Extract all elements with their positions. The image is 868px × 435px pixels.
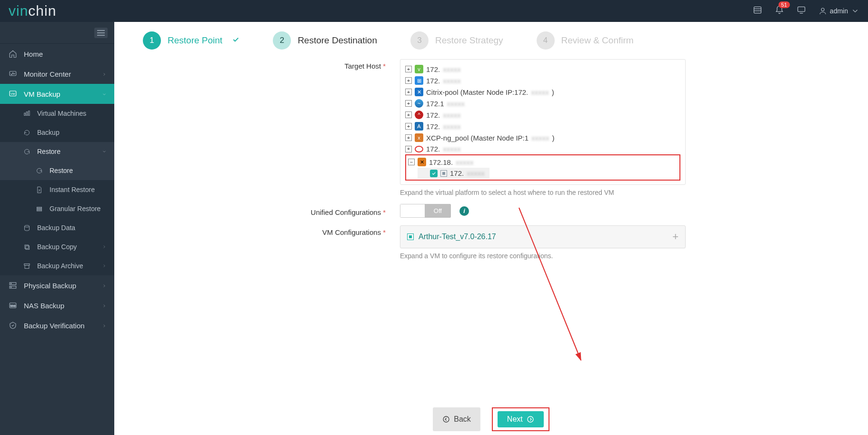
sidebar-item-instant-restore[interactable]: Instant Restore: [0, 180, 114, 199]
monitor-center-icon: [8, 70, 18, 78]
top-bar: vinchin 51 admin: [0, 0, 868, 22]
sidebar-item-backup-verification[interactable]: Backup Verification: [0, 315, 114, 335]
chevron-right-icon: [102, 70, 107, 78]
svg-rect-19: [25, 265, 29, 268]
svg-point-15: [24, 225, 29, 227]
step-number: 1: [143, 31, 161, 50]
sidebar-label: Physical Backup: [24, 282, 76, 290]
expand-icon[interactable]: +: [405, 100, 412, 107]
step-review-confirm[interactable]: 4 Review & Confirm: [537, 31, 634, 50]
host-node-expanded[interactable]: −✕172.18.xxxxx: [408, 156, 678, 168]
sidebar-toggle[interactable]: [94, 28, 108, 38]
sidebar-label: Backup Copy: [37, 243, 77, 251]
svg-rect-17: [26, 246, 30, 250]
expand-icon[interactable]: +: [405, 77, 412, 84]
monitor-icon[interactable]: [797, 5, 806, 17]
svg-rect-6: [10, 71, 16, 76]
svg-text:NAS: NAS: [10, 304, 16, 307]
sidebar-label: Instant Restore: [50, 186, 95, 193]
toggle-on-side: [400, 204, 425, 218]
sidebar-label: Backup: [37, 129, 60, 136]
expand-icon[interactable]: +: [405, 111, 412, 118]
chevron-right-icon: [102, 322, 107, 330]
sidebar-label: Home: [24, 50, 43, 58]
expand-icon[interactable]: +: [405, 134, 412, 141]
target-host-hint: Expand the virtual platform to select a …: [400, 189, 686, 196]
next-button-highlight: Next: [492, 407, 549, 431]
sidebar-label: Restore: [50, 167, 73, 174]
step-restore-point[interactable]: 1 Restore Point: [143, 31, 239, 50]
host-node[interactable]: +xXCP-ng_pool (Master Node IP:1xxxxx): [405, 132, 680, 143]
svg-rect-13: [37, 208, 41, 209]
check-icon: [232, 36, 239, 45]
vm-config-name: Arthur-Test_v7.0-26.17: [419, 233, 496, 241]
next-button[interactable]: Next: [498, 411, 544, 427]
sidebar-item-granular-restore[interactable]: Granular Restore: [0, 199, 114, 218]
svg-rect-14: [37, 210, 41, 211]
sidebar-label: VM Backup: [24, 90, 60, 98]
sidebar-item-vm-backup[interactable]: VM VM Backup: [0, 84, 114, 104]
chevron-right-icon: [102, 262, 107, 270]
host-node[interactable]: +~172.1xxxxx: [405, 98, 680, 109]
sidebar-item-backup[interactable]: Backup: [0, 123, 114, 142]
sidebar-item-nas-backup[interactable]: NAS NAS Backup: [0, 295, 114, 315]
sidebar-item-home[interactable]: Home: [0, 44, 114, 64]
info-icon[interactable]: i: [459, 206, 469, 216]
step-label: Restore Point: [168, 35, 222, 46]
home-icon: [8, 50, 18, 58]
target-host-tree: +v172.xxxxx +⊞172.xxxxx +✕Citrix-pool (M…: [400, 59, 686, 185]
svg-point-22: [11, 283, 12, 284]
svg-rect-11: [28, 111, 30, 115]
sidebar-label: Virtual Machines: [37, 110, 86, 117]
svg-rect-0: [754, 7, 761, 13]
host-node[interactable]: +^172.xxxxx: [405, 109, 680, 121]
sidebar-item-restore-sub[interactable]: Restore: [0, 161, 114, 180]
user-menu[interactable]: admin: [818, 7, 859, 15]
expand-icon[interactable]: +: [405, 146, 412, 152]
vm-configurations-item[interactable]: Arthur-Test_v7.0-26.17 +: [400, 225, 686, 248]
host-node[interactable]: +✕Citrix-pool (Master Node IP:172.xxxxx): [405, 86, 680, 98]
expand-plus-icon[interactable]: +: [672, 231, 678, 243]
host-child-selected[interactable]: 172.xxxxx: [418, 168, 489, 179]
step-restore-strategy[interactable]: 3 Restore Strategy: [410, 31, 503, 50]
expand-icon[interactable]: +: [405, 123, 412, 130]
sidebar-item-backup-archive[interactable]: Backup Archive: [0, 256, 114, 275]
target-host-label: Target Host*: [257, 59, 400, 70]
host-node[interactable]: +v172.xxxxx: [405, 63, 680, 75]
collapse-icon[interactable]: −: [408, 159, 415, 165]
host-node[interactable]: +A172.xxxxx: [405, 121, 680, 132]
sidebar-item-monitor-center[interactable]: Monitor Center: [0, 64, 114, 84]
logo-part2: chin: [28, 3, 56, 19]
sidebar-label: Granular Restore: [50, 205, 100, 212]
sidebar-item-physical-backup[interactable]: Physical Backup: [0, 275, 114, 295]
step-restore-destination[interactable]: 2 Restore Destination: [273, 31, 377, 50]
sidebar-item-restore[interactable]: Restore: [0, 142, 114, 161]
svg-point-23: [11, 287, 12, 288]
unified-configurations-toggle[interactable]: Off: [400, 204, 451, 218]
unified-configurations-label: Unified Configurations*: [257, 205, 400, 216]
granular-restore-icon: [34, 205, 44, 212]
sidebar-item-backup-data[interactable]: Backup Data: [0, 218, 114, 237]
sidebar-item-backup-copy[interactable]: Backup Copy: [0, 237, 114, 256]
toggle-off-label: Off: [425, 204, 451, 218]
next-label: Next: [507, 415, 523, 424]
svg-point-27: [443, 416, 449, 422]
sidebar-item-virtual-machines[interactable]: Virtual Machines: [0, 104, 114, 123]
main-content: 1 Restore Point 2 Restore Destination 3 …: [114, 22, 868, 435]
sidebar-label: Backup Archive: [37, 262, 83, 270]
chevron-down-icon: [102, 148, 107, 155]
svg-rect-10: [26, 111, 28, 115]
host-node[interactable]: +172.xxxxx: [405, 143, 680, 154]
host-node[interactable]: +⊞172.xxxxx: [405, 75, 680, 86]
username-label: admin: [830, 7, 848, 15]
proxmox-icon: ✕: [418, 158, 426, 166]
expand-icon[interactable]: +: [405, 89, 412, 95]
step-number: 3: [410, 31, 429, 50]
notifications-button[interactable]: 51: [775, 5, 784, 17]
list-icon[interactable]: [753, 5, 762, 17]
citrix-icon: ✕: [415, 88, 423, 96]
chevron-right-icon: [102, 302, 107, 310]
back-button[interactable]: Back: [433, 407, 480, 431]
logo-part1: vin: [9, 3, 28, 19]
expand-icon[interactable]: +: [405, 66, 412, 72]
